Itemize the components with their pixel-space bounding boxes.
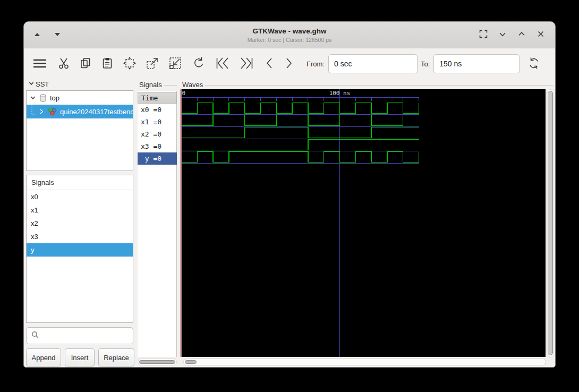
signals-frame-label: Signals [139, 81, 162, 89]
tree-item-label: quine20240317testbenc [60, 108, 133, 116]
waves-frame-label: Waves [182, 81, 203, 89]
waveform-canvas[interactable]: 0100 ns [181, 89, 546, 357]
shift-down-button[interactable] [52, 29, 63, 41]
signal-list-item[interactable]: y [27, 243, 133, 257]
frame-line [164, 85, 177, 86]
menu-button[interactable] [31, 56, 48, 72]
skip-start-icon [214, 56, 230, 72]
toolbar: From: To: [24, 48, 555, 79]
names-horizontal-scrollbar-thumb[interactable] [139, 360, 175, 364]
chevron-left-icon [264, 56, 275, 72]
triangle-down-icon [54, 31, 61, 39]
signal-name-row[interactable]: x2 =0 [138, 128, 177, 140]
hamburger-icon [31, 56, 48, 72]
skip-to-end-button[interactable] [239, 56, 255, 72]
signal-name-row[interactable]: x1 =0 [138, 116, 177, 128]
copy-button[interactable] [79, 57, 92, 71]
fullscreen-button[interactable] [478, 29, 489, 41]
step-back-button[interactable] [264, 56, 275, 72]
fullscreen-icon [479, 29, 488, 40]
search-input[interactable] [42, 328, 136, 344]
signal-list-item[interactable]: x1 [27, 203, 133, 217]
signal-list-header: Signals [27, 175, 133, 190]
search-icon [31, 330, 39, 341]
tree-item-testbench[interactable]: quine20240317testbenc [27, 105, 133, 118]
zoom-fit-button[interactable] [123, 56, 137, 72]
zoom-in-button[interactable] [146, 56, 159, 72]
skip-to-start-button[interactable] [214, 56, 230, 72]
tree-connector [30, 105, 37, 118]
zoom-out-icon [168, 56, 182, 72]
signal-list-item[interactable]: x0 [27, 190, 133, 203]
zoom-out-button[interactable] [168, 56, 182, 72]
close-button[interactable] [535, 29, 547, 41]
chevron-right-icon [284, 56, 294, 72]
tree-item-top[interactable]: top [27, 91, 133, 105]
sst-frame-label[interactable]: SST [28, 80, 49, 88]
minimize-button[interactable] [497, 29, 508, 41]
clipboard-icon [101, 57, 114, 71]
to-label: To: [421, 60, 430, 68]
svg-text:100 ns: 100 ns [329, 90, 351, 97]
copy-icon [79, 57, 92, 71]
signal-search-box[interactable] [26, 327, 133, 344]
titlebar: GTKWave - wave.ghw Marker: 0 sec | Curso… [24, 22, 555, 48]
waves-horizontal-scrollbar[interactable] [183, 359, 546, 365]
to-input[interactable] [433, 54, 520, 73]
expander-down-icon [28, 80, 35, 88]
shift-up-button[interactable] [31, 29, 43, 41]
maximize-button[interactable] [516, 29, 527, 41]
insert-button[interactable]: Insert [65, 348, 95, 367]
frame-line [205, 85, 553, 86]
signal-list-item[interactable]: x2 [27, 217, 133, 230]
waves-vertical-scrollbar-thumb[interactable] [548, 91, 553, 355]
signal-name-row[interactable]: y =0 [138, 152, 177, 165]
expander-down-icon [30, 95, 36, 101]
signal-name-row[interactable]: x0 =0 [138, 104, 177, 116]
signal-search-list: Signals x0x1x2x3y [26, 175, 133, 323]
signal-list-item[interactable]: x3 [27, 230, 133, 243]
skip-end-icon [239, 56, 255, 72]
append-button[interactable]: Append [26, 348, 61, 367]
zoom-in-icon [146, 56, 159, 72]
close-icon [536, 29, 546, 40]
signal-name-row[interactable]: x3 =0 [138, 140, 177, 152]
marker-cursor-status: Marker: 0 sec | Cursor: 126500 ps [248, 37, 332, 43]
undo-icon [191, 56, 205, 72]
cylinder-icon [39, 93, 47, 103]
chevron-down-icon [498, 29, 507, 40]
zoom-fit-icon [123, 56, 137, 72]
window-title: GTKWave - wave.ghw [248, 27, 332, 35]
triangle-up-icon [33, 31, 41, 39]
chevron-up-icon [517, 29, 526, 40]
from-input[interactable] [328, 54, 418, 73]
replace-button[interactable]: Replace [98, 348, 134, 367]
paste-button[interactable] [101, 57, 114, 71]
from-label: From: [306, 60, 325, 68]
step-forward-button[interactable] [284, 56, 294, 72]
reload-icon [527, 56, 541, 72]
cut-button[interactable] [57, 57, 70, 71]
expander-right-icon [38, 108, 45, 115]
sst-tree: top quine20240317testbenc [26, 90, 133, 171]
tree-item-label: top [50, 94, 59, 102]
time-header[interactable]: Time [138, 92, 177, 104]
svg-text:0: 0 [182, 90, 186, 97]
gtkwave-window: GTKWave - wave.ghw Marker: 0 sec | Curso… [23, 21, 556, 368]
scissors-icon [57, 57, 70, 71]
reload-button[interactable] [527, 56, 541, 72]
waves-horizontal-scrollbar-thumb[interactable] [185, 360, 197, 364]
undo-button[interactable] [191, 56, 205, 72]
waveform-svg: 0100 ns [181, 89, 546, 357]
module-icon [48, 107, 57, 116]
